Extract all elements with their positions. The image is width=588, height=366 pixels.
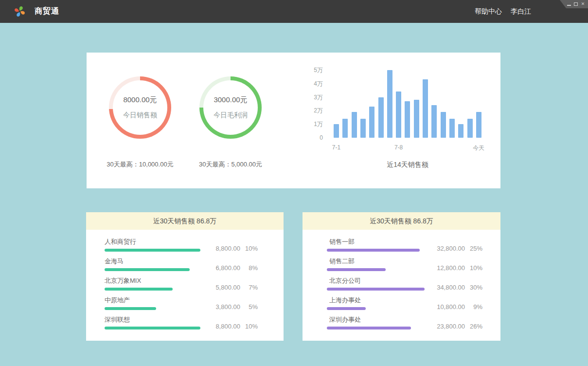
bar (458, 124, 463, 138)
user-name-link[interactable]: 李白江 (511, 7, 531, 16)
bar (414, 100, 419, 138)
rank-item-percent: 26% (465, 323, 482, 330)
donut-hole: 3000.00元 今日毛利润 (203, 80, 258, 135)
bar (352, 112, 357, 138)
department-rank-header: 近30天销售额 86.8万 (303, 212, 500, 230)
bar (467, 119, 473, 138)
rank-item-percent: 8% (240, 264, 258, 272)
rank-item-bar (327, 307, 366, 310)
rank-item-percent: 5% (240, 303, 258, 311)
rank-item-amount: 3,800.00 (215, 303, 240, 311)
window-controls: ✕ (560, 0, 588, 8)
rank-item-bar (327, 268, 386, 271)
rank-item-percent: 10% (240, 245, 258, 252)
today-profit-label: 今日毛利润 (214, 111, 248, 120)
overview-card: 8000.00元 今日销售额 30天最高：10,000.00元 3000.00元… (87, 53, 500, 188)
today-profit-value: 3000.00元 (214, 95, 247, 105)
rank-row: 深圳办事处 23,800.0026% (327, 316, 482, 329)
y-axis-tick: 3万 (310, 94, 323, 101)
rank-item-percent: 10% (240, 323, 258, 330)
department-rank-list: 销售一部 32,800.0025% 销售二部 12,800.0010% 北京分公… (303, 230, 500, 329)
bar (449, 119, 455, 138)
rank-row: 金海马 6,800.008% (105, 257, 258, 271)
rank-item-amount: 10,800.00 (437, 303, 465, 311)
help-center-link[interactable]: 帮助中心 (475, 7, 502, 16)
rank-item-bar (105, 307, 156, 310)
rank-item-label: 北京分公司 (329, 277, 482, 284)
rank-item-amount: 5,800.00 (215, 284, 240, 291)
profit-30day-max: 30天最高：5,000.00元 (177, 160, 284, 169)
bar (476, 112, 481, 138)
bar (369, 107, 374, 138)
rank-item-label: 销售一部 (329, 238, 482, 245)
rank-item-amount: 23,800.00 (437, 323, 465, 330)
bar (423, 79, 428, 138)
rank-item-percent: 25% (465, 245, 482, 252)
rank-item-bar (327, 288, 425, 291)
rank-item-percent: 7% (240, 284, 258, 291)
rank-item-label: 人和商贸行 (105, 238, 258, 245)
minimize-icon[interactable] (567, 5, 571, 6)
rank-item-label: 北京万象MIX (105, 277, 258, 284)
x-axis-tick: 今天 (464, 144, 493, 152)
y-axis-tick: 2万 (310, 107, 323, 114)
bar (431, 105, 437, 138)
rank-item-percent: 30% (465, 284, 482, 291)
rank-item-label: 上海办事处 (329, 296, 482, 304)
rank-item-amount: 6,800.00 (215, 264, 240, 272)
rank-item-amount: 8,800.00 (215, 245, 240, 252)
rank-item-bar (327, 249, 420, 252)
maximize-icon[interactable] (574, 2, 578, 6)
y-axis-tick: 4万 (310, 80, 323, 87)
rank-row: 销售二部 12,800.0010% (327, 257, 482, 271)
customer-rank-header: 近30天销售额 86.8万 (86, 212, 284, 230)
close-icon[interactable]: ✕ (581, 1, 585, 7)
donut-hole: 8000.00元 今日销售额 (113, 80, 167, 135)
topbar-right: 帮助中心 李白江 (475, 7, 531, 16)
rank-item-bar (105, 288, 173, 291)
rank-item-amount: 12,800.00 (437, 264, 465, 272)
today-sales-donut-ring: 8000.00元 今日销售额 (109, 76, 171, 139)
rank-row: 深圳联想 8,800.0010% (105, 316, 258, 329)
rank-row: 销售一部 32,800.0025% (327, 238, 482, 252)
bar (342, 119, 348, 138)
bar (360, 119, 366, 138)
customer-rank-list: 人和商贸行 8,800.0010% 金海马 6,800.008% 北京万象MIX… (86, 230, 284, 329)
today-sales-value: 8000.00元 (123, 95, 157, 105)
bar (378, 97, 384, 138)
rank-item-amount: 8,800.00 (215, 323, 240, 330)
today-sales-label: 今日销售额 (123, 111, 157, 120)
rank-item-label: 金海马 (105, 257, 258, 265)
rank-row: 上海办事处 10,800.009% (327, 296, 482, 310)
today-profit-donut-ring: 3000.00元 今日毛利润 (199, 76, 262, 139)
rank-item-label: 中原地产 (105, 296, 258, 304)
rank-item-bar (105, 268, 190, 271)
sales-14day-bar-chart: 近14天销售额 5万4万3万2万1万07-17-8今天 (310, 66, 490, 176)
y-axis-tick: 5万 (310, 67, 323, 73)
rank-row: 北京分公司 34,800.0030% (327, 277, 482, 291)
rank-item-amount: 32,800.00 (437, 245, 465, 252)
rank-row: 人和商贸行 8,800.0010% (105, 238, 258, 252)
x-axis-tick: 7-1 (322, 144, 351, 151)
x-axis-tick: 7-8 (384, 144, 413, 151)
rank-row: 中原地产 3,800.005% (105, 296, 258, 310)
rank-item-percent: 9% (465, 303, 482, 311)
app-logo-icon (13, 5, 26, 18)
rank-item-label: 销售二部 (329, 257, 482, 265)
today-profit-donut-block: 3000.00元 今日毛利润 30天最高：5,000.00元 (177, 76, 284, 169)
y-axis-tick: 1万 (310, 121, 323, 128)
rank-item-bar (105, 249, 200, 252)
topbar: 商贸通 帮助中心 李白江 ✕ (0, 0, 588, 23)
bar (396, 92, 401, 138)
rank-item-amount: 34,800.00 (437, 284, 465, 291)
rank-row: 北京万象MIX 5,800.007% (105, 277, 258, 291)
customer-rank-card: 近30天销售额 86.8万 人和商贸行 8,800.0010% 金海马 6,80… (86, 212, 284, 341)
bar (405, 101, 410, 138)
department-rank-card: 近30天销售额 86.8万 销售一部 32,800.0025% 销售二部 12,… (303, 212, 500, 341)
y-axis-tick: 0 (310, 134, 323, 141)
rank-item-percent: 10% (465, 264, 482, 272)
rank-item-label: 深圳办事处 (329, 316, 482, 323)
bar (387, 70, 392, 138)
rank-item-bar (327, 327, 411, 329)
rank-item-bar (105, 327, 200, 329)
